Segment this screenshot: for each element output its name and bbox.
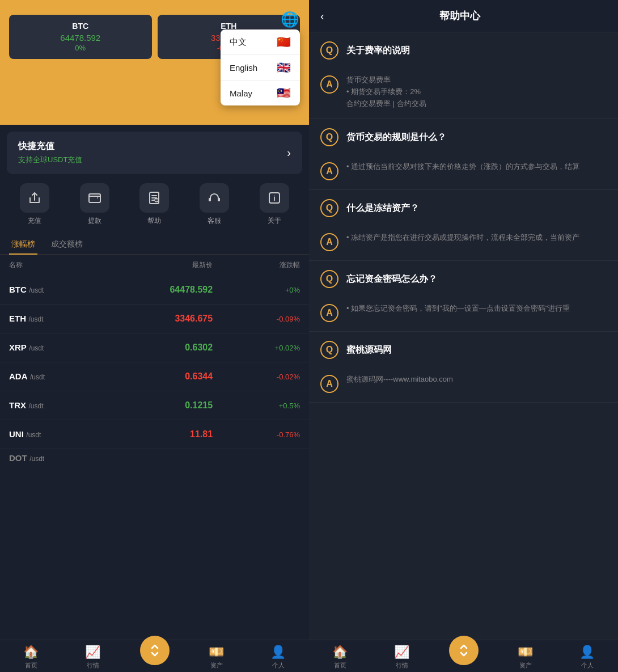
faq-q-badge-4: Q bbox=[320, 270, 338, 288]
row-partial[interactable]: DOT /usdt bbox=[0, 449, 309, 467]
back-button[interactable]: ‹ bbox=[320, 10, 324, 23]
faq-1-question[interactable]: Q 关于费率的说明 bbox=[309, 32, 618, 69]
svg-rect-4 bbox=[209, 198, 211, 201]
about-icon-box: i bbox=[260, 183, 289, 213]
lang-english-flag: 🇬🇧 bbox=[277, 61, 291, 74]
right-nav-assets[interactable]: 💴 资产 bbox=[494, 645, 556, 670]
faq-5-question[interactable]: Q 蜜桃源码网 bbox=[309, 332, 618, 368]
faq-4-question[interactable]: Q 忘记资金密码怎么办？ bbox=[309, 261, 618, 297]
action-about[interactable]: i 关于 bbox=[260, 183, 289, 226]
xrp-row-change: +0.02% bbox=[213, 344, 300, 352]
action-service[interactable]: 客服 bbox=[200, 183, 229, 226]
col-name-header: 名称 bbox=[9, 260, 96, 270]
market-icon: 📈 bbox=[85, 645, 100, 660]
action-recharge[interactable]: 充值 bbox=[20, 183, 49, 226]
faq-a-badge-4: A bbox=[320, 304, 338, 322]
faq-5-question-text: 蜜桃源码网 bbox=[346, 344, 392, 356]
faq-4-answer-text: • 如果您忘记资金密码，请到"我的—设置—点击设置资金密码"进行重 bbox=[346, 303, 570, 315]
lang-malay[interactable]: Malay 🇲🇾 bbox=[221, 81, 300, 105]
ada-name: ADA /usdt bbox=[9, 371, 96, 382]
right-nav-trade[interactable] bbox=[433, 645, 494, 670]
profile-nav-label: 个人 bbox=[272, 661, 285, 670]
left-nav-assets[interactable]: 💴 资产 bbox=[185, 645, 247, 670]
faq-3-question-text: 什么是冻结资产？ bbox=[346, 202, 419, 214]
btc-symbol: BTC bbox=[18, 22, 143, 31]
lang-chinese-label: 中文 bbox=[230, 37, 247, 48]
btc-ticker[interactable]: BTC 64478.592 0% bbox=[9, 15, 152, 59]
left-nav-market[interactable]: 📈 行情 bbox=[62, 645, 124, 670]
faq-4-question-text: 忘记资金密码怎么办？ bbox=[346, 273, 437, 285]
row-uni[interactable]: UNI /usdt 11.81 -0.76% bbox=[0, 420, 309, 449]
lang-english[interactable]: English 🇬🇧 bbox=[221, 55, 300, 81]
faq-5: Q 蜜桃源码网 A 蜜桃源码网----www.mitaobo.com bbox=[309, 332, 618, 403]
ada-row-price: 0.6344 bbox=[96, 371, 213, 382]
lang-chinese[interactable]: 中文 🇨🇳 bbox=[221, 29, 300, 55]
faq-q-badge-1: Q bbox=[320, 41, 338, 60]
tab-bar: 涨幅榜 成交额榜 bbox=[0, 235, 309, 255]
faq-4: Q 忘记资金密码怎么办？ A • 如果您忘记资金密码，请到"我的—设置—点击设置… bbox=[309, 261, 618, 332]
faq-a-badge-3: A bbox=[320, 233, 338, 251]
recharge-subtitle: 支持全球USDT充值 bbox=[18, 155, 82, 165]
faq-2-question-text: 货币交易的规则是什么？ bbox=[346, 132, 446, 143]
action-row: 充值 提款 ? 帮助 bbox=[0, 174, 309, 235]
uni-row-change: -0.76% bbox=[213, 430, 300, 439]
lang-chinese-flag: 🇨🇳 bbox=[277, 35, 291, 49]
left-nav-home[interactable]: 🏠 首页 bbox=[0, 645, 62, 670]
eth-row-change: -0.09% bbox=[213, 315, 300, 323]
row-xrp[interactable]: XRP /usdt 0.6302 +0.02% bbox=[0, 333, 309, 362]
row-trx[interactable]: TRX /usdt 0.1215 +0.5% bbox=[0, 391, 309, 420]
action-help[interactable]: ? 帮助 bbox=[139, 183, 169, 226]
right-header: ‹ 帮助中心 bbox=[309, 0, 618, 32]
col-price-header: 最新价 bbox=[96, 260, 213, 270]
faq-1-answer-text: 货币交易费率• 期货交易手续费：2%合约交易费率 | 合约交易 bbox=[346, 74, 426, 109]
lang-malay-flag: 🇲🇾 bbox=[277, 86, 291, 100]
recharge-arrow-icon: › bbox=[287, 146, 291, 159]
btc-change: 0% bbox=[18, 44, 143, 52]
language-dropdown: 中文 🇨🇳 English 🇬🇧 Malay 🇲🇾 bbox=[221, 29, 300, 105]
faq-q-badge-2: Q bbox=[320, 128, 338, 146]
eth-row-price: 3346.675 bbox=[96, 314, 213, 324]
faq-3-question[interactable]: Q 什么是冻结资产？ bbox=[309, 190, 618, 226]
col-change-header: 涨跌幅 bbox=[213, 260, 300, 270]
uni-name: UNI /usdt bbox=[9, 429, 96, 439]
svg-rect-0 bbox=[89, 194, 100, 202]
trx-name: TRX /usdt bbox=[9, 400, 96, 411]
withdraw-label: 提款 bbox=[88, 216, 101, 226]
right-nav-market[interactable]: 📈 行情 bbox=[371, 645, 433, 670]
partial-name: DOT /usdt bbox=[9, 453, 96, 463]
recharge-banner[interactable]: 快捷充值 支持全球USDT充值 › bbox=[7, 132, 302, 174]
btc-price: 64478.592 bbox=[18, 33, 143, 43]
left-nav-profile[interactable]: 👤 个人 bbox=[247, 645, 309, 670]
btc-name: BTC /usdt bbox=[9, 285, 96, 295]
trx-row-change: +0.5% bbox=[213, 401, 300, 410]
right-nav-profile[interactable]: 👤 个人 bbox=[556, 645, 618, 670]
globe-button[interactable]: 🌐 bbox=[280, 9, 300, 29]
faq-1: Q 关于费率的说明 A 货币交易费率• 期货交易手续费：2%合约交易费率 | 合… bbox=[309, 32, 618, 119]
recharge-info: 快捷充值 支持全球USDT充值 bbox=[18, 141, 82, 165]
row-ada[interactable]: ADA /usdt 0.6344 -0.02% bbox=[0, 362, 309, 391]
assets-nav-label: 资产 bbox=[210, 661, 223, 670]
right-assets-label: 资产 bbox=[519, 661, 532, 670]
recharge-icon-box bbox=[20, 183, 49, 213]
help-center-title: 帮助中心 bbox=[333, 9, 586, 23]
svg-rect-5 bbox=[218, 198, 220, 201]
wallet-icon bbox=[88, 191, 101, 205]
row-btc[interactable]: BTC /usdt 64478.592 +0% bbox=[0, 276, 309, 305]
row-eth[interactable]: ETH /usdt 3346.675 -0.09% bbox=[0, 305, 309, 333]
right-profile-icon: 👤 bbox=[579, 645, 595, 660]
tab-volume[interactable]: 成交额榜 bbox=[49, 235, 85, 254]
right-trade-circle bbox=[449, 636, 479, 665]
faq-2-question[interactable]: Q 货币交易的规则是什么？ bbox=[309, 119, 618, 155]
left-nav-trade[interactable] bbox=[124, 645, 185, 670]
right-market-label: 行情 bbox=[396, 661, 408, 670]
action-withdraw[interactable]: 提款 bbox=[80, 183, 109, 226]
share-icon bbox=[28, 191, 41, 205]
home-nav-label: 首页 bbox=[25, 661, 37, 670]
right-nav-home[interactable]: 🏠 首页 bbox=[309, 645, 371, 670]
help-icon-box: ? bbox=[139, 183, 169, 213]
faq-5-answer-text: 蜜桃源码网----www.mitaobo.com bbox=[346, 374, 453, 386]
tab-gainers[interactable]: 涨幅榜 bbox=[9, 235, 37, 254]
faq-1-answer: A 货币交易费率• 期货交易手续费：2%合约交易费率 | 合约交易 bbox=[309, 69, 618, 119]
left-header: 🌐 BTC 64478.592 0% ETH 3346.675 -0.09% 中… bbox=[0, 0, 309, 125]
right-home-icon: 🏠 bbox=[332, 645, 348, 660]
